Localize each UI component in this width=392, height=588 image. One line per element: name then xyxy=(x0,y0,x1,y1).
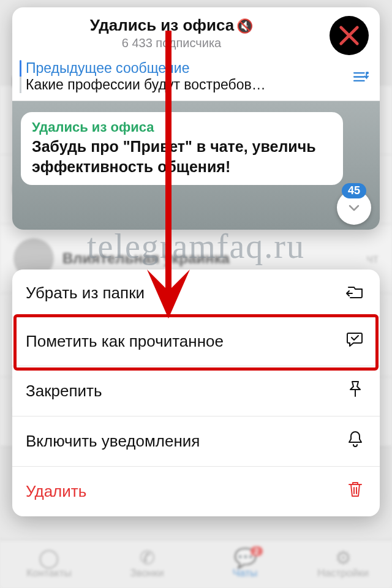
trash-icon xyxy=(344,480,366,503)
pin-accent-bar xyxy=(20,60,21,93)
menu-item-pin[interactable]: Закрепить xyxy=(12,366,380,417)
chat-check-icon xyxy=(344,331,366,352)
channel-avatar xyxy=(330,16,369,55)
pinned-label: Предыдущее сообщение xyxy=(26,60,341,77)
app-root: Все хотели менять свою жи… Удались из оф… xyxy=(0,0,392,588)
menu-label: Закрепить xyxy=(26,382,102,401)
pin-list-icon[interactable] xyxy=(353,69,370,88)
muted-icon: 🔇 xyxy=(236,18,253,34)
preview-body: Удались из офиса Забудь про "Привет" в ч… xyxy=(12,101,380,230)
scroll-down-button[interactable]: 45 xyxy=(337,190,371,225)
menu-label: Включить уведомления xyxy=(26,432,200,451)
menu-label: Убрать из папки xyxy=(26,284,145,303)
pin-icon xyxy=(344,380,366,402)
message-bubble[interactable]: Удались из офиса Забудь про "Привет" в ч… xyxy=(21,112,343,185)
menu-item-remove-folder[interactable]: Убрать из папки xyxy=(12,270,380,317)
context-menu: Убрать из папки Пометить как прочитанное… xyxy=(12,270,380,516)
bell-icon xyxy=(344,430,366,453)
svg-point-0 xyxy=(366,72,369,74)
chevron-down-icon xyxy=(347,200,361,215)
menu-item-delete[interactable]: Удалить xyxy=(12,467,380,516)
pinned-text: Какие профессии будут востребов… xyxy=(26,77,341,93)
chat-preview-card[interactable]: Удались из офиса🔇 6 433 подписчика Преды… xyxy=(12,7,380,230)
preview-header[interactable]: Удались из офиса🔇 6 433 подписчика xyxy=(12,7,380,56)
message-text: Забудь про "Привет" в чате, увеличь эффе… xyxy=(32,137,332,176)
menu-label: Удалить xyxy=(26,482,86,501)
folder-out-icon xyxy=(344,283,366,303)
x-mark-icon xyxy=(337,24,361,47)
menu-item-mark-read[interactable]: Пометить как прочитанное xyxy=(12,317,380,366)
preview-title: Удались из офиса xyxy=(90,16,235,34)
menu-item-enable-notifications[interactable]: Включить уведомления xyxy=(12,417,380,467)
preview-subscribers: 6 433 подписчика xyxy=(24,36,318,50)
message-sender: Удались из офиса xyxy=(32,119,332,135)
menu-label: Пометить как прочитанное xyxy=(26,332,224,351)
unread-badge: 45 xyxy=(342,183,366,198)
pinned-message[interactable]: Предыдущее сообщение Какие профессии буд… xyxy=(12,56,380,101)
